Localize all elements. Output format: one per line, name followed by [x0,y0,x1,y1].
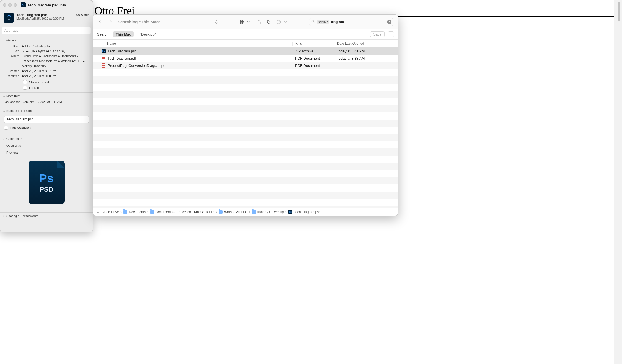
nav-forward-button[interactable] [108,19,113,24]
preview-psd-icon: Ps PSD [29,161,65,204]
col-date[interactable]: Date Last Opened [334,42,398,46]
locked-checkbox[interactable] [23,86,27,90]
folder-icon [219,210,223,214]
modified-label: Modified: [4,74,20,79]
info-filesize: 68.5 MB [76,13,89,17]
path-segment[interactable]: PsTech Diagram.psd [288,210,321,214]
section-general-label: General: [6,39,18,42]
hide-extension-checkbox[interactable] [4,126,8,130]
folder-icon [252,210,256,214]
svg-rect-6 [243,22,244,24]
section-comments-toggle[interactable]: › Comments: [0,135,93,142]
search-icon [311,19,315,24]
section-nameext-label: Name & Extension: [6,109,32,112]
section-sharing-toggle[interactable]: › Sharing & Permissions: [0,213,93,219]
chevron-down-icon: ⌄ [2,39,5,42]
section-comments-label: Comments: [6,137,22,140]
chevron-right-icon: › [216,210,217,214]
results-list: PsTech Diagram.psdZIP archiveToday at 8:… [93,47,398,208]
hide-extension-label: Hide extension [10,126,31,129]
section-sharing-label: Sharing & Permissions: [6,214,38,218]
info-window-title: Tech Diagram.psd Info [27,3,66,7]
result-row[interactable]: ProductPageConversionDiagram.pdfPDF Docu… [93,62,398,69]
view-list-button[interactable] [207,19,219,24]
minimize-window-button[interactable] [8,3,12,7]
path-label: Watson Art LLC [224,210,247,214]
svg-point-8 [267,21,268,21]
last-opened-label: Last opened: [4,99,21,104]
path-segment[interactable]: ☁︎iCloud Drive [96,210,119,214]
created-label: Created: [4,69,20,74]
col-name[interactable]: Name [107,42,292,46]
path-segment[interactable]: Documents - Francesca's MacBook Pro [150,210,214,214]
close-window-button[interactable] [3,3,6,7]
tags-input[interactable]: Add Tags… [2,27,91,34]
add-search-criteria-button[interactable]: + [388,31,394,37]
action-menu-button[interactable] [276,19,288,24]
path-label: Documents - Francesca's MacBook Pro [156,210,214,214]
section-preview-toggle[interactable]: ⌄ Preview: [0,149,93,156]
finder-window: Searching "This Mac" [93,14,398,216]
search-field[interactable]: NAME▾ diagram ✕ [309,18,393,26]
finder-toolbar: Searching "This Mac" [93,15,398,29]
result-kind: PDF Document [292,64,334,68]
kind-value: Adobe Photoshop file [22,44,89,49]
scroll-thumb[interactable] [618,2,620,21]
svg-rect-3 [240,20,242,21]
result-row[interactable]: Tech Diagram.pdfPDF DocumentToday at 8:3… [93,55,398,62]
modified-value: April 25, 2020 at 9:00 PM [22,74,89,79]
svg-point-13 [312,20,313,22]
zoom-window-button[interactable] [14,3,17,7]
chevron-right-icon: › [147,210,148,214]
folder-icon [123,210,127,214]
filename-input[interactable]: Tech Diagram.psd [4,116,89,123]
svg-point-11 [279,22,279,22]
section-moreinfo-toggle[interactable]: ⌄ More Info: [0,93,93,99]
folder-icon [150,210,154,214]
size-label: Size: [4,49,20,54]
path-segment[interactable]: Documents [123,210,146,214]
result-row[interactable]: PsTech Diagram.psdZIP archiveToday at 8:… [93,47,398,55]
search-token-name[interactable]: NAME▾ [317,20,329,24]
chevron-right-icon: › [249,210,250,214]
kind-label: Kind: [4,44,20,49]
nav-back-button[interactable] [98,19,102,24]
chevron-down-icon: ⌄ [2,95,5,97]
info-modified-summary: Modified: April 25, 2020 at 9:00 PM [16,17,89,20]
chevron-right-icon: › [285,210,287,214]
section-general-toggle[interactable]: ⌄ General: [0,37,93,44]
result-kind: ZIP archive [292,49,334,53]
locked-label: Locked [29,86,39,89]
section-openwith-toggle[interactable]: › Open with: [0,142,93,149]
path-label: Documents [129,210,146,214]
group-by-button[interactable] [240,19,251,24]
section-openwith-label: Open with: [6,144,21,147]
path-segment[interactable]: Watson Art LLC [219,210,247,214]
info-titlebar[interactable]: Ps Tech Diagram.psd Info [0,0,93,10]
result-name: ProductPageConversionDiagram.pdf [107,64,292,68]
section-preview-label: Preview: [6,151,18,154]
stationery-checkbox[interactable] [23,80,27,84]
search-query[interactable]: diagram [331,20,385,24]
col-kind[interactable]: Kind [292,42,334,46]
list-header[interactable]: Name Kind Date Last Opened [93,40,398,47]
chevron-down-icon: ⌄ [2,151,5,154]
share-button[interactable] [256,19,261,24]
size-value: 68,473,074 bytes (4 KB on disk) [22,49,89,54]
chevron-right-icon: › [120,210,122,214]
section-nameext-toggle[interactable]: ⌄ Name & Extension: [0,107,93,114]
save-search-button[interactable]: Save [370,31,385,37]
psd-icon: PsPSD [4,13,14,23]
scope-this-mac[interactable]: This Mac [113,31,134,37]
scope-desktop[interactable]: "Desktop" [137,31,158,37]
clear-search-button[interactable]: ✕ [387,20,391,24]
pdf-icon [100,56,107,60]
tags-button[interactable] [266,19,271,24]
scope-label: Search: [97,32,110,36]
path-segment[interactable]: Makery University [252,210,284,214]
get-info-window: Ps Tech Diagram.psd Info PsPSD Tech Diag… [0,0,93,232]
svg-rect-4 [243,20,244,21]
chevron-down-icon: ⌄ [2,109,5,112]
cloud-icon: ☁︎ [96,210,99,214]
result-date: Today at 8:41 AM [334,49,398,53]
